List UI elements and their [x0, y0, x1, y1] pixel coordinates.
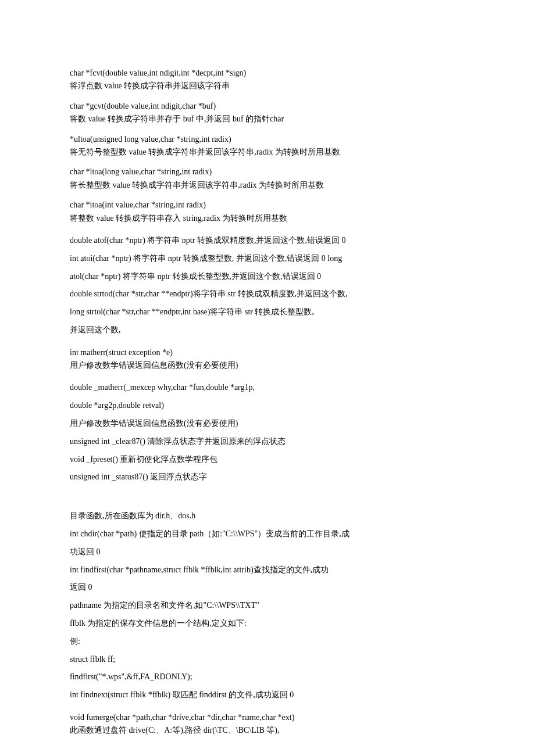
text-line: 将整数 value 转换成字符串存入 string,radix 为转换时所用基数	[70, 212, 465, 225]
text-line: 例:	[70, 633, 465, 651]
text-line: double *arg2p,double retval)	[70, 397, 465, 415]
text-line: 并返回这个数,	[70, 321, 465, 339]
text-line: int findnext(struct ffblk *ffblk) 取匹配 fi…	[70, 686, 465, 704]
text-line: unsigned int _status87() 返回浮点状态字	[70, 468, 465, 486]
text-block: int matherr(struct exception *e)用户修改数学错误…	[70, 346, 465, 372]
text-line: 将无符号整型数 value 转换成字符串并返回该字符串,radix 为转换时所用…	[70, 146, 465, 159]
text-block: char *ltoa(long value,char *string,int r…	[70, 166, 465, 192]
text-block: double atof(char *nptr) 将字符串 nptr 转换成双精度…	[70, 232, 465, 339]
text-line: atol(char *nptr) 将字符串 nptr 转换成长整型数,并返回这个…	[70, 268, 465, 286]
text-line: int atoi(char *nptr) 将字符串 nptr 转换成整型数, 并…	[70, 250, 465, 268]
text-line: 将长整型数 value 转换成字符串并返回该字符串,radix 为转换时所用基数	[70, 179, 465, 192]
text-line: void _fpreset() 重新初使化浮点数学程序包	[70, 451, 465, 469]
text-line: 用户修改数学错误返回信息函数(没有必要使用)	[70, 359, 465, 372]
text-block: char *itoa(int value,char *string,int ra…	[70, 199, 465, 225]
text-line: double atof(char *nptr) 将字符串 nptr 转换成双精度…	[70, 232, 465, 250]
text-line: ffblk 为指定的保存文件信息的一个结构,定义如下:	[70, 615, 465, 633]
text-line: char *ltoa(long value,char *string,int r…	[70, 166, 465, 178]
text-line: char *gcvt(double value,int ndigit,char …	[70, 100, 465, 113]
text-line: int matherr(struct exception *e)	[70, 346, 465, 359]
text-line: 将数 value 转换成字符串并存于 buf 中,并返回 buf 的指针char	[70, 113, 465, 126]
text-line: 将浮点数 value 转换成字符串并返回该字符串	[70, 80, 465, 92]
text-line: pathname 为指定的目录名和文件名,如"C:\\WPS\\TXT"	[70, 597, 465, 615]
text-line: long strtol(char *str,char **endptr,int …	[70, 303, 465, 321]
text-line: char *fcvt(double value,int ndigit,int *…	[70, 67, 465, 80]
text-block: char *gcvt(double value,int ndigit,char …	[70, 100, 465, 126]
text-block: 目录函数,所在函数库为 dir.h、dos.hint chdir(char *p…	[70, 507, 465, 704]
text-line: unsigned int _clear87() 清除浮点状态字并返回原来的浮点状…	[70, 433, 465, 451]
text-line: 目录函数,所在函数库为 dir.h、dos.h	[70, 507, 465, 525]
text-line: 功返回 0	[70, 543, 465, 561]
text-line: int chdir(char *path) 使指定的目录 path（如:"C:\…	[70, 525, 465, 543]
text-line: struct ffblk ff;	[70, 651, 465, 669]
text-block: char *fcvt(double value,int ndigit,int *…	[70, 67, 465, 93]
blank-line	[70, 493, 465, 507]
text-line: double strtod(char *str,char **endptr)将字…	[70, 285, 465, 303]
text-line: 用户修改数学错误返回信息函数(没有必要使用)	[70, 415, 465, 433]
text-line: char *itoa(int value,char *string,int ra…	[70, 199, 465, 212]
text-line: void fumerge(char *path,char *drive,char…	[70, 711, 465, 724]
text-block: void fumerge(char *path,char *drive,char…	[70, 711, 465, 737]
text-line: 此函数通过盘符 drive(C:、A:等),路径 dir(\TC、\BC\LIB…	[70, 724, 465, 737]
text-line: double _matherr(_mexcep why,char *fun,do…	[70, 379, 465, 397]
text-line: *ultoa(unsigned long value,char *string,…	[70, 133, 465, 146]
text-line: 返回 0	[70, 579, 465, 597]
text-block: double _matherr(_mexcep why,char *fun,do…	[70, 379, 465, 486]
text-block: *ultoa(unsigned long value,char *string,…	[70, 133, 465, 159]
document-page: char *fcvt(double value,int ndigit,int *…	[0, 0, 535, 756]
text-line: findfirst("*.wps",&ff,FA_RDONLY);	[70, 668, 465, 686]
text-line: int findfirst(char *pathname,struct ffbl…	[70, 561, 465, 579]
